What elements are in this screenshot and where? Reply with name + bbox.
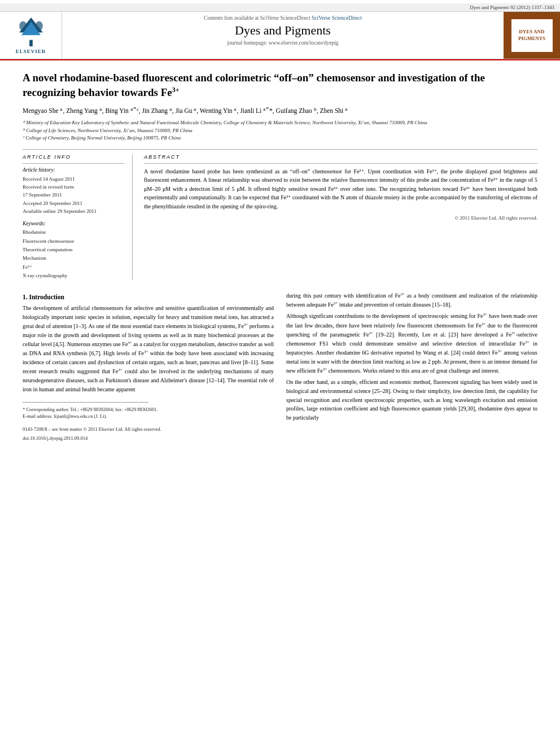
received-date: Received 14 August 2011 — [23, 175, 124, 183]
article-title: A novel rhodamine-based fluorescent and … — [23, 71, 537, 100]
footnote-divider — [23, 402, 148, 403]
article-info-col: ARTICLE INFO Article history: Received 1… — [23, 154, 133, 281]
affiliations: ᵃ Ministry of Education Key Laboratory o… — [23, 119, 537, 142]
page: Dyes and Pigments 92 (2012) 1337–1343 EL… — [0, 0, 560, 452]
journal-ref-line: Dyes and Pigments 92 (2012) 1337–1343 — [0, 3, 560, 12]
accepted-date: Accepted 20 September 2011 — [23, 199, 124, 207]
journal-header: Dyes and Pigments 92 (2012) 1337–1343 EL… — [0, 0, 560, 60]
body-columns: 1. Introduction The development of artif… — [23, 291, 537, 441]
body-right-para-1: during this past century with identifica… — [286, 291, 537, 309]
body-left-para-1: The development of artificial chemosenso… — [23, 304, 274, 394]
svg-point-4 — [35, 21, 42, 31]
sciverse-line: Contents lists available at SciVerse Sci… — [204, 15, 362, 21]
affiliation-c: ᶜ College of Chemistry, Beijing Normal U… — [23, 134, 537, 142]
affiliation-b: ᵇ College of Life Sciences, Northwest Un… — [23, 127, 537, 135]
body-right-col: during this past century with identifica… — [286, 291, 537, 441]
body-right-para-3: On the other hand, as a simple, efficien… — [286, 378, 537, 422]
dp-logo-box: DYES AND PIGMENTS — [504, 12, 560, 59]
keyword-1: Rhodamine — [23, 228, 124, 237]
article-authors: Mengyao She ᵃ, Zheng Yang ᵃ, Bing Yin ᵃʺ… — [23, 106, 537, 116]
section1-heading: 1. Introduction — [23, 294, 274, 300]
body-left-col: 1. Introduction The development of artif… — [23, 291, 274, 441]
keyword-4: Mechanism — [23, 254, 124, 263]
elsevier-logo-box: ELSEVIER — [0, 12, 62, 59]
divider-1 — [23, 149, 537, 150]
body-right-para-2: Although significant contributions to th… — [286, 312, 537, 375]
keyword-2: Fluorescent chemosensor — [23, 237, 124, 246]
article-info-abstract-section: ARTICLE INFO Article history: Received 1… — [23, 154, 537, 281]
doi-line: doi:10.1016/j.dyepig.2011.09.014 — [23, 435, 274, 441]
copyright-line: © 2011 Elsevier Ltd. All rights reserved… — [144, 215, 537, 221]
keyword-6: X-ray crystallography — [23, 272, 124, 280]
article-info-label: ARTICLE INFO — [23, 154, 124, 160]
keyword-5: Fe³⁺ — [23, 263, 124, 272]
issn-line: 0143-7208/$ – see front matter © 2011 El… — [23, 426, 274, 433]
elsevier-brand-text: ELSEVIER — [16, 49, 46, 54]
article-content: A novel rhodamine-based fluorescent and … — [0, 60, 560, 452]
journal-title: Dyes and Pigments — [235, 23, 331, 38]
journal-center: Contents lists available at SciVerse Sci… — [62, 12, 504, 59]
received-revised-label: Received in revised form — [23, 183, 124, 191]
journal-ref-text: Dyes and Pigments 92 (2012) 1337–1343 — [470, 5, 554, 10]
affiliation-a: ᵃ Ministry of Education Key Laboratory o… — [23, 119, 537, 127]
svg-rect-0 — [29, 40, 33, 46]
available-date: Available online 29 September 2011 — [23, 207, 124, 215]
journal-homepage: journal homepage: www.elsevier.com/locat… — [227, 40, 338, 46]
footnote-author: * Corresponding author. Tel.: +8629 8830… — [23, 406, 274, 413]
divider-abstract — [144, 163, 537, 164]
history-label: Article history: — [23, 167, 124, 173]
abstract-label: ABSTRACT — [144, 154, 537, 160]
keyword-3: Theoretical computation — [23, 246, 124, 254]
elsevier-logo: ELSEVIER — [14, 16, 48, 54]
abstract-col: ABSTRACT A novel rhodamine based probe h… — [144, 154, 537, 281]
svg-point-3 — [19, 21, 27, 31]
elsevier-tree-icon — [14, 16, 48, 47]
sciverse-link[interactable]: SciVerse ScienceDirect — [312, 15, 362, 21]
footnote-email: E-mail address: lijianli@nwu.edu.cn (J. … — [23, 413, 274, 420]
divider-info — [23, 163, 124, 164]
journal-top-bar: ELSEVIER Contents lists available at Sci… — [0, 12, 560, 59]
dp-logo: DYES AND PIGMENTS — [511, 19, 553, 53]
revised-date: 17 September 2011 — [23, 191, 124, 199]
keywords-label: Keywords: — [23, 221, 124, 226]
abstract-text: A novel rhodamine based probe has been s… — [144, 167, 537, 211]
